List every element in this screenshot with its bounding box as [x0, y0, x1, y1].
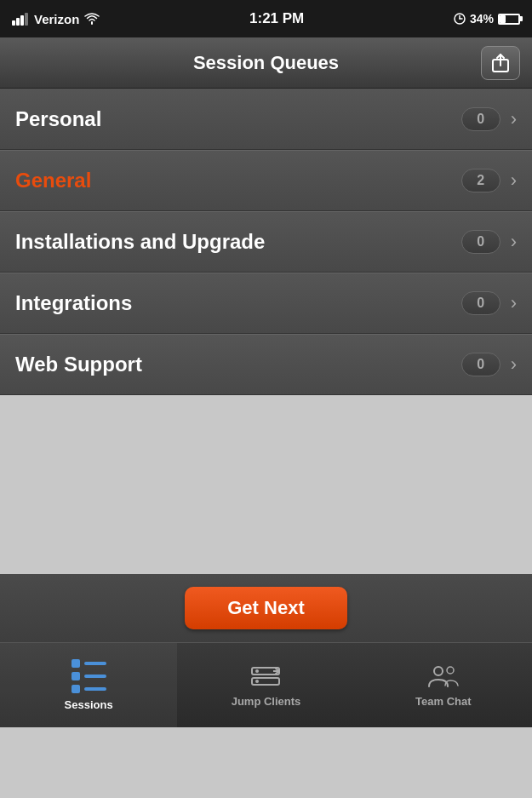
- svg-rect-2: [20, 15, 24, 26]
- queue-label-installations: Installations and Upgrade: [15, 230, 461, 254]
- nav-bar: Session Queues: [0, 37, 532, 89]
- chevron-icon-installations: ›: [511, 231, 517, 253]
- queue-item-general[interactable]: General 2 ›: [0, 150, 532, 211]
- signal-icon: [12, 12, 29, 26]
- status-left: Verizon: [12, 12, 100, 26]
- tab-bar: Sessions Jump Clients Team Chat: [0, 642, 532, 727]
- jump-clients-icon: [248, 663, 283, 690]
- queue-label-personal: Personal: [15, 107, 461, 131]
- queue-item-integrations[interactable]: Integrations 0 ›: [0, 273, 532, 334]
- queue-item-personal[interactable]: Personal 0 ›: [0, 89, 532, 150]
- svg-point-12: [255, 669, 259, 673]
- page-title: Session Queues: [193, 52, 339, 74]
- queue-count-web-support: 0: [477, 357, 484, 372]
- queue-badge-web-support: 0: [461, 353, 501, 376]
- queue-label-web-support: Web Support: [15, 353, 461, 376]
- tab-label-jump-clients: Jump Clients: [232, 695, 301, 708]
- carrier-label: Verizon: [34, 12, 79, 26]
- chevron-icon-integrations: ›: [511, 292, 517, 314]
- svg-point-15: [447, 667, 454, 674]
- empty-area: [0, 395, 532, 574]
- sessions-icon: [72, 659, 106, 693]
- status-time: 1:21 PM: [249, 10, 304, 27]
- svg-rect-1: [16, 18, 20, 26]
- svg-point-13: [255, 680, 259, 683]
- battery-percentage: 34%: [470, 12, 494, 26]
- queue-item-installations[interactable]: Installations and Upgrade 0 ›: [0, 211, 532, 273]
- queue-badge-integrations: 0: [461, 291, 501, 315]
- queue-badge-personal: 0: [461, 107, 501, 131]
- get-next-area: Get Next: [0, 574, 532, 642]
- wifi-icon: [84, 13, 100, 25]
- queue-label-integrations: Integrations: [15, 291, 461, 315]
- tab-team-chat[interactable]: Team Chat: [355, 643, 532, 727]
- queue-count-integrations: 0: [477, 296, 484, 311]
- battery-icon: [498, 14, 520, 25]
- queue-count-personal: 0: [477, 112, 484, 127]
- queue-count-installations: 0: [477, 234, 484, 250]
- svg-rect-3: [25, 13, 28, 26]
- status-bar: Verizon 1:21 PM 34%: [0, 0, 532, 37]
- queue-count-general: 2: [477, 173, 484, 188]
- queue-list: Personal 0 › General 2 › Installations a…: [0, 89, 532, 395]
- queue-badge-general: 2: [461, 169, 501, 192]
- tab-label-team-chat: Team Chat: [415, 695, 472, 708]
- share-icon: [490, 53, 511, 73]
- svg-rect-0: [12, 20, 15, 26]
- queue-badge-installations: 0: [461, 230, 501, 254]
- tab-sessions[interactable]: Sessions: [0, 643, 177, 727]
- queue-item-web-support[interactable]: Web Support 0 ›: [0, 334, 532, 395]
- get-next-button[interactable]: Get Next: [185, 587, 346, 629]
- svg-point-14: [434, 667, 443, 675]
- chevron-icon-web-support: ›: [511, 353, 517, 376]
- queue-label-general: General: [15, 169, 461, 192]
- tab-jump-clients[interactable]: Jump Clients: [177, 643, 354, 727]
- share-button[interactable]: [481, 46, 520, 80]
- clock-icon: [454, 13, 466, 25]
- team-chat-icon: [426, 663, 461, 690]
- status-right: 34%: [454, 12, 520, 26]
- chevron-icon-general: ›: [511, 169, 517, 192]
- chevron-icon-personal: ›: [511, 108, 517, 130]
- tab-label-sessions: Sessions: [65, 698, 113, 711]
